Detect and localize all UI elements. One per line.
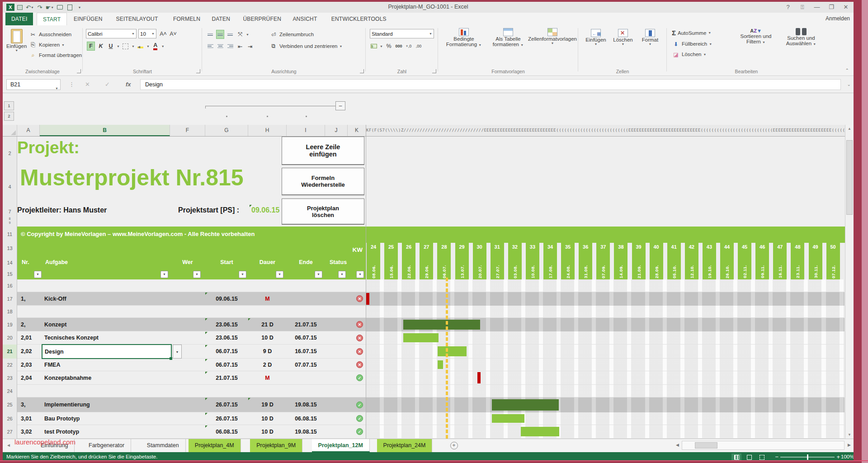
decrease-decimal-icon[interactable]: ,00 (415, 42, 423, 51)
vertical-scrollbar[interactable]: ▲ ▼ (845, 125, 854, 439)
column-header-J[interactable]: J (325, 125, 348, 136)
row-header-22[interactable]: 22 (3, 359, 17, 371)
format-as-table-button[interactable]: Als Tabelleformatieren ▼ (487, 28, 529, 47)
fill-handle[interactable] (170, 357, 172, 360)
clipboard-dialog-launcher[interactable] (77, 69, 81, 73)
row-header-2[interactable]: 2 (3, 151, 17, 156)
fill-button[interactable]: ⬇Füllbereich ▼ (672, 39, 712, 48)
page-layout-view-button[interactable] (744, 454, 754, 460)
row-header-27[interactable]: 27 (3, 425, 17, 439)
action-button-3[interactable]: Projektplanlöschen (282, 198, 364, 225)
close-button[interactable]: ✕ (840, 4, 852, 10)
row-header-16[interactable]: 16 (3, 279, 17, 292)
filter-dropdown-2[interactable]: ▼ (193, 271, 201, 278)
grow-shrink-font[interactable]: A˄A˅ (159, 29, 177, 38)
row-header-25[interactable]: 25 (3, 397, 17, 412)
wrap-text-button[interactable]: ⏎Zeilenumbruch (269, 30, 314, 39)
column-header-G[interactable]: G (205, 125, 248, 136)
selected-cell[interactable]: Design (42, 344, 172, 359)
name-box[interactable]: B21▼ (6, 79, 61, 90)
autosum-button[interactable]: ΣAutoSumme ▼ (672, 29, 711, 37)
font-size-combo[interactable]: 10▼ (138, 29, 156, 38)
ribbon-tab-ansicht[interactable]: ANSICHT (287, 13, 323, 25)
zoom-percentage[interactable]: 100% (841, 454, 854, 459)
row-header-8[interactable]: 8 (3, 217, 17, 220)
row-header-7[interactable]: 7 (3, 209, 17, 214)
ribbon-tab-formeln[interactable]: FORMELN (167, 13, 206, 25)
restore-button[interactable]: ❐ (826, 4, 837, 10)
row-header-4[interactable]: 4 (3, 184, 17, 189)
increase-decimal-icon[interactable]: +,0 (405, 42, 413, 51)
decrease-indent-icon[interactable]: ⇤ (236, 42, 244, 51)
paste-button[interactable]: Einfügen▼ (6, 29, 27, 52)
row-header-15[interactable]: 15 (3, 271, 17, 277)
normal-view-button[interactable] (731, 454, 741, 460)
formula-input[interactable]: Design (140, 79, 841, 90)
filter-dropdown-7[interactable]: ▼ (356, 271, 364, 278)
sheet-tab-projektplan_4m[interactable]: Projektplan_4M (189, 439, 241, 452)
vertical-scroll-thumb[interactable] (846, 140, 853, 215)
row-header-21[interactable]: 21 (3, 345, 17, 359)
ribbon-tab-daten[interactable]: DATEN (206, 13, 236, 25)
ribbon-tab-überprüfen[interactable]: ÜBERPRÜFEN (237, 13, 287, 25)
fill-color-icon[interactable]: ◂ (137, 42, 145, 51)
font-color-icon[interactable]: A (151, 42, 160, 51)
new-sheet-button[interactable]: + (450, 442, 458, 449)
collapse-columns-button[interactable]: – (335, 101, 345, 110)
hscroll-right-icon[interactable]: ▶ (848, 443, 851, 447)
filter-dropdown-3[interactable]: ▼ (239, 271, 246, 278)
row-header-20[interactable]: 20 (3, 331, 17, 345)
formula-bar-expand-icon[interactable]: ⌄ (847, 82, 851, 87)
cell-styles-button[interactable]: Zellenformatvorlagen▼ (529, 28, 576, 45)
row-header-26[interactable]: 26 (3, 412, 17, 425)
sheet-tab-projektplan_9m[interactable]: Projektplan_9M (250, 439, 302, 452)
align-middle-icon[interactable] (216, 30, 224, 39)
row-header-17[interactable]: 17 (3, 292, 17, 306)
action-button-1[interactable]: Leere Zeileeinfügen (282, 137, 364, 165)
cancel-entry-icon[interactable]: ✕ (85, 81, 90, 88)
bold-button[interactable]: F (87, 42, 95, 51)
horizontal-scrollbar[interactable] (682, 441, 844, 450)
number-format-combo[interactable]: Standard▼ (370, 29, 434, 38)
scroll-up-icon[interactable]: ▲ (846, 127, 853, 131)
row-header-9[interactable]: 9 (3, 221, 17, 224)
accounting-format-icon[interactable]: $ (370, 42, 378, 51)
sign-in-link[interactable]: Anmelden (826, 15, 850, 22)
sheet-tab-farbgenerator[interactable]: Farbgenerator (82, 439, 131, 452)
ribbon-tab-einfügen[interactable]: EINFÜGEN (68, 13, 108, 25)
row-header-13[interactable]: 13 (3, 246, 17, 251)
row-header-19[interactable]: 19 (3, 318, 17, 331)
filter-dropdown-0[interactable]: ▼ (34, 271, 42, 278)
zoom-out-icon[interactable]: − (775, 454, 778, 460)
horizontal-scroll-thumb[interactable] (695, 442, 717, 449)
number-dialog-launcher[interactable] (432, 69, 436, 73)
scroll-down-icon[interactable]: ▼ (846, 433, 853, 437)
sheet-tab-stammdaten[interactable]: Stammdaten (141, 439, 186, 452)
minimize-button[interactable]: — (811, 4, 823, 10)
align-top-icon[interactable] (206, 30, 214, 39)
column-header-H[interactable]: H (248, 125, 287, 136)
sheet-tab-projektplan_12m[interactable]: Projektplan_12M (312, 439, 370, 452)
outline-level-1-button[interactable]: 1 (4, 101, 14, 110)
format-painter-button[interactable]: ⌕Format übertragen (29, 51, 82, 60)
ribbon-display-options-button[interactable]: ⍐ (797, 4, 808, 11)
ribbon-tab-start[interactable]: START (37, 13, 67, 25)
confirm-entry-icon[interactable]: ✓ (105, 81, 110, 88)
filter-dropdown-5[interactable]: ▼ (315, 271, 322, 278)
row-header-24[interactable]: 24 (3, 385, 17, 397)
zoom-in-icon[interactable]: + (836, 454, 840, 460)
column-header-A[interactable]: A (17, 125, 40, 136)
sheet-tab-projektplan_24m[interactable]: Projektplan_24M (377, 439, 433, 452)
clear-button[interactable]: ◪Löschen ▼ (672, 50, 706, 59)
page-break-view-button[interactable] (757, 454, 767, 460)
row-header-18[interactable]: 18 (3, 306, 17, 318)
outline-level-2-button[interactable]: 2 (4, 112, 14, 121)
row-header-14[interactable]: 14 (3, 260, 17, 265)
hscroll-left-icon[interactable]: ◀ (676, 443, 679, 447)
ribbon-tab-entwicklertools[interactable]: ENTWICKLERTOOLS (326, 13, 392, 25)
sort-filter-button[interactable]: AZ▼ Sortieren undFiltern ▼ (734, 28, 778, 44)
column-header-I[interactable]: I (287, 125, 325, 136)
ribbon-tab-seitenlayout[interactable]: SEITENLAYOUT (110, 13, 164, 25)
conditional-formatting-button[interactable]: BedingteFormatierung ▼ (443, 28, 485, 47)
column-header-B[interactable]: B (40, 125, 170, 136)
